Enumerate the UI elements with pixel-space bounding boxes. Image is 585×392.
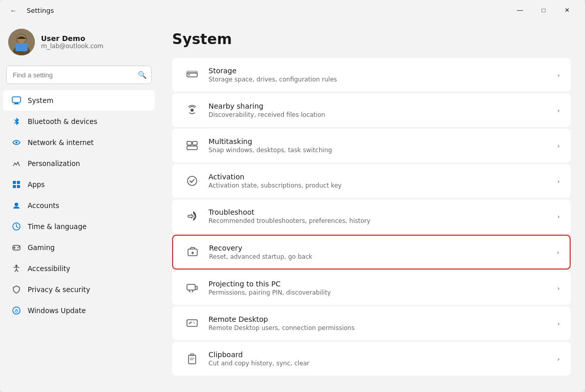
svg-rect-9 — [13, 181, 16, 184]
sidebar-item-personalization[interactable]: Personalization — [3, 153, 155, 174]
settings-item-storage[interactable]: Storage Storage space, drives, configura… — [172, 58, 571, 92]
sidebar-item-personalization-label: Personalization — [28, 159, 80, 168]
projecting-chevron: › — [557, 284, 560, 292]
storage-chevron: › — [557, 71, 560, 79]
multitasking-subtitle: Snap windows, desktops, task switching — [208, 147, 557, 154]
projecting-icon — [183, 279, 201, 297]
projecting-text: Projecting to this PC Permissions, pairi… — [208, 280, 557, 296]
search-input[interactable] — [6, 66, 152, 84]
maximize-button[interactable]: □ — [532, 2, 555, 18]
svg-point-17 — [18, 246, 19, 247]
recovery-title: Recovery — [209, 244, 557, 252]
settings-item-projecting[interactable]: Projecting to this PC Permissions, pairi… — [172, 271, 571, 305]
sidebar-item-gaming-label: Gaming — [28, 243, 55, 252]
settings-list: Storage Storage space, drives, configura… — [172, 58, 571, 376]
titlebar-left: ← Settings — [6, 3, 54, 17]
storage-subtitle: Storage space, drives, configuration rul… — [208, 76, 557, 83]
accounts-icon — [11, 200, 22, 211]
page-title: System — [172, 31, 571, 48]
sidebar-item-apps[interactable]: Apps — [3, 174, 155, 195]
sidebar-item-accessibility-label: Accessibility — [28, 264, 70, 273]
settings-item-recovery[interactable]: Recovery Reset, advanced startup, go bac… — [172, 235, 571, 270]
troubleshoot-icon — [183, 207, 201, 225]
titlebar-title: Settings — [27, 7, 54, 14]
sidebar: User Demo m_lab@outlook.com 🔍 — [0, 20, 158, 392]
remote-icon — [183, 314, 201, 333]
recovery-text: Recovery Reset, advanced startup, go bac… — [209, 244, 557, 260]
projecting-title: Projecting to this PC — [208, 280, 557, 288]
multitasking-title: Multitasking — [208, 137, 557, 146]
sidebar-item-accounts-label: Accounts — [28, 201, 59, 210]
user-profile[interactable]: User Demo m_lab@outlook.com — [0, 25, 158, 64]
nearby-title: Nearby sharing — [208, 102, 557, 110]
close-button[interactable]: ✕ — [555, 2, 579, 18]
titlebar: ← Settings — □ ✕ — [0, 0, 585, 20]
troubleshoot-text: Troubleshoot Recommended troubleshooters… — [208, 208, 557, 224]
troubleshoot-chevron: › — [557, 213, 560, 220]
recovery-subtitle: Reset, advanced startup, go back — [209, 253, 557, 260]
settings-item-nearby[interactable]: Nearby sharing Discoverability, received… — [172, 93, 571, 127]
sidebar-item-update-label: Windows Update — [28, 306, 86, 315]
settings-window: ← Settings — □ ✕ — [0, 0, 585, 392]
svg-rect-30 — [187, 284, 195, 290]
svg-point-23 — [191, 109, 194, 112]
sidebar-item-bluetooth-label: Bluetooth & devices — [28, 117, 97, 126]
sidebar-item-update[interactable]: Windows Update — [3, 300, 155, 321]
remote-chevron: › — [557, 320, 560, 327]
svg-rect-5 — [12, 97, 20, 102]
activation-subtitle: Activation state, subscriptions, product… — [208, 182, 557, 189]
sidebar-item-time[interactable]: Time & language — [3, 216, 155, 237]
avatar — [8, 29, 35, 55]
user-email: m_lab@outlook.com — [41, 43, 103, 50]
settings-item-remote[interactable]: Remote Desktop Remote Desktop users, con… — [172, 306, 571, 340]
gaming-icon — [11, 242, 22, 253]
back-button[interactable]: ← — [6, 3, 20, 17]
sidebar-item-accounts[interactable]: Accounts — [3, 195, 155, 216]
sidebar-item-system[interactable]: System — [3, 90, 155, 111]
nearby-chevron: › — [557, 107, 560, 114]
clipboard-subtitle: Cut and copy history, sync, clear — [208, 360, 557, 367]
sidebar-item-privacy[interactable]: Privacy & security — [3, 279, 155, 300]
svg-rect-7 — [13, 104, 19, 105]
svg-point-8 — [15, 141, 17, 143]
activation-title: Activation — [208, 173, 557, 181]
sidebar-item-system-label: System — [28, 96, 53, 105]
nearby-text: Nearby sharing Discoverability, received… — [208, 102, 557, 118]
svg-rect-12 — [17, 185, 20, 188]
settings-item-activation[interactable]: Activation Activation state, subscriptio… — [172, 164, 571, 198]
svg-rect-21 — [188, 74, 190, 75]
titlebar-controls: — □ ✕ — [508, 2, 579, 18]
time-icon — [11, 221, 22, 232]
sidebar-item-network[interactable]: Network & internet — [3, 132, 155, 153]
settings-item-multitasking[interactable]: Multitasking Snap windows, desktops, tas… — [172, 129, 571, 162]
activation-chevron: › — [557, 177, 560, 185]
sidebar-item-bluetooth[interactable]: Bluetooth & devices — [3, 111, 155, 132]
accessibility-icon — [11, 263, 22, 274]
settings-item-troubleshoot[interactable]: Troubleshoot Recommended troubleshooters… — [172, 199, 571, 233]
settings-item-clipboard[interactable]: Clipboard Cut and copy history, sync, cl… — [172, 342, 571, 376]
remote-text: Remote Desktop Remote Desktop users, con… — [208, 315, 557, 332]
sidebar-item-privacy-label: Privacy & security — [28, 285, 90, 294]
svg-point-13 — [15, 203, 18, 207]
storage-text: Storage Storage space, drives, configura… — [208, 67, 557, 83]
svg-rect-11 — [13, 185, 16, 188]
system-icon — [11, 95, 22, 106]
network-icon — [11, 137, 22, 148]
user-info: User Demo m_lab@outlook.com — [41, 34, 103, 50]
multitasking-chevron: › — [557, 142, 560, 150]
minimize-button[interactable]: — — [508, 2, 532, 18]
recovery-icon — [183, 243, 202, 261]
svg-point-16 — [17, 247, 18, 248]
troubleshoot-subtitle: Recommended troubleshooters, preferences… — [208, 217, 557, 224]
clipboard-chevron: › — [557, 355, 560, 363]
sidebar-item-gaming[interactable]: Gaming — [3, 237, 155, 258]
nearby-icon — [183, 101, 201, 119]
projecting-subtitle: Permissions, pairing PIN, discoverabilit… — [208, 289, 557, 296]
storage-title: Storage — [208, 67, 557, 75]
clipboard-icon — [183, 349, 201, 368]
clipboard-title: Clipboard — [208, 350, 557, 359]
troubleshoot-title: Troubleshoot — [208, 208, 557, 216]
sidebar-item-accessibility[interactable]: Accessibility — [3, 258, 155, 279]
svg-rect-24 — [187, 141, 192, 145]
clipboard-text: Clipboard Cut and copy history, sync, cl… — [208, 350, 557, 367]
